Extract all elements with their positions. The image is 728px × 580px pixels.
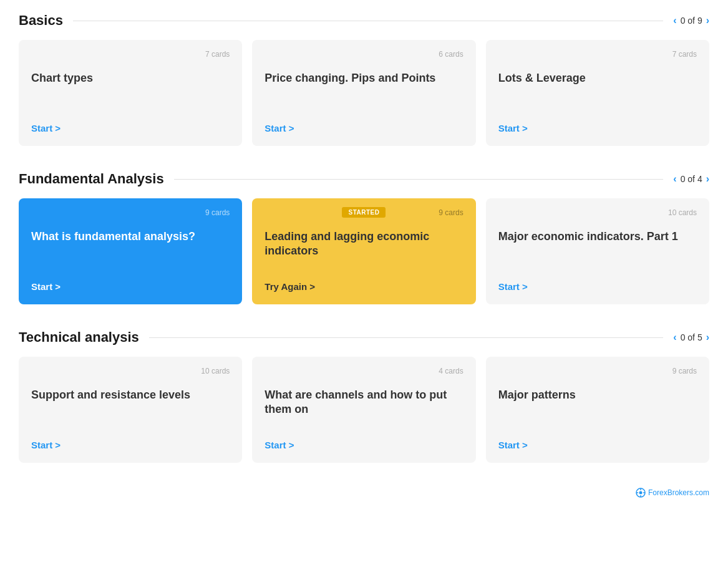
card-count-major-patterns: 9 cards xyxy=(498,367,697,375)
card-channels: 4 cardsWhat are channels and how to put … xyxy=(252,357,475,463)
section-title-technical-analysis: Technical analysis xyxy=(19,329,139,346)
cards-grid-technical-analysis: 10 cardsSupport and resistance levelsSta… xyxy=(19,357,709,463)
card-link-price-changing[interactable]: Start > xyxy=(265,123,463,133)
footer-logo: ForexBrokers.com xyxy=(636,488,709,498)
nav-next-fundamental-analysis[interactable]: › xyxy=(706,173,709,185)
card-link-lots-leverage[interactable]: Start > xyxy=(498,123,697,133)
card-major-patterns: 9 cardsMajor patternsStart > xyxy=(486,357,709,463)
nav-prev-technical-analysis[interactable]: ‹ xyxy=(673,332,676,343)
cards-grid-fundamental-analysis: 9 cardsWhat is fundamental analysis?Star… xyxy=(19,198,709,304)
section-fundamental-analysis: Fundamental Analysis‹0 of 4›9 cardsWhat … xyxy=(19,171,709,304)
cards-grid-basics: 7 cardsChart typesStart >6 cardsPrice ch… xyxy=(19,40,709,146)
card-link-leading-lagging[interactable]: Try Again > xyxy=(265,281,463,292)
card-lots-leverage: 7 cardsLots & LeverageStart > xyxy=(486,40,709,146)
nav-next-basics[interactable]: › xyxy=(706,15,709,26)
card-title-what-is-fundamental: What is fundamental analysis? xyxy=(31,230,230,273)
nav-count-technical-analysis: 0 of 5 xyxy=(681,332,702,342)
section-divider-fundamental-analysis xyxy=(174,179,664,180)
card-title-support-resistance: Support and resistance levels xyxy=(31,388,230,431)
svg-point-1 xyxy=(639,491,642,495)
card-count-major-economic: 10 cards xyxy=(498,208,697,217)
nav-next-technical-analysis[interactable]: › xyxy=(706,332,709,343)
card-major-economic: 10 cardsMajor economic indicators. Part … xyxy=(486,198,709,304)
section-title-basics: Basics xyxy=(19,12,63,29)
card-count-what-is-fundamental: 9 cards xyxy=(31,208,230,217)
section-title-fundamental-analysis: Fundamental Analysis xyxy=(19,171,164,187)
card-title-lots-leverage: Lots & Leverage xyxy=(498,71,697,114)
card-link-major-patterns[interactable]: Start > xyxy=(498,440,697,450)
card-support-resistance: 10 cardsSupport and resistance levelsSta… xyxy=(19,357,242,463)
section-nav-basics: ‹0 of 9› xyxy=(673,15,709,26)
section-divider-basics xyxy=(73,21,663,21)
section-technical-analysis: Technical analysis‹0 of 5›10 cardsSuppor… xyxy=(19,329,709,463)
section-basics: Basics‹0 of 9›7 cardsChart typesStart >6… xyxy=(19,12,709,146)
card-title-major-patterns: Major patterns xyxy=(498,388,697,431)
card-leading-lagging: STARTED9 cardsLeading and lagging econom… xyxy=(252,198,475,304)
card-count-price-changing: 6 cards xyxy=(265,50,463,59)
card-link-major-economic[interactable]: Start > xyxy=(498,281,697,292)
section-header-fundamental-analysis: Fundamental Analysis‹0 of 4› xyxy=(19,171,709,187)
card-title-chart-types: Chart types xyxy=(31,71,230,114)
nav-prev-basics[interactable]: ‹ xyxy=(673,15,676,26)
card-chart-types: 7 cardsChart typesStart > xyxy=(19,40,242,146)
card-badge-leading-lagging: STARTED xyxy=(342,207,386,218)
card-link-chart-types[interactable]: Start > xyxy=(31,123,230,133)
nav-count-fundamental-analysis: 0 of 4 xyxy=(681,174,702,184)
card-what-is-fundamental: 9 cardsWhat is fundamental analysis?Star… xyxy=(19,198,242,304)
card-title-price-changing: Price changing. Pips and Points xyxy=(265,71,463,114)
section-header-basics: Basics‹0 of 9› xyxy=(19,12,709,29)
card-count-lots-leverage: 7 cards xyxy=(498,50,697,59)
card-count-channels: 4 cards xyxy=(265,367,463,375)
section-nav-technical-analysis: ‹0 of 5› xyxy=(673,332,709,343)
card-link-what-is-fundamental[interactable]: Start > xyxy=(31,281,230,292)
card-title-major-economic: Major economic indicators. Part 1 xyxy=(498,230,697,273)
section-header-technical-analysis: Technical analysis‹0 of 5› xyxy=(19,329,709,346)
footer-brand: ForexBrokers.com xyxy=(648,488,709,497)
section-nav-fundamental-analysis: ‹0 of 4› xyxy=(673,173,709,185)
nav-prev-fundamental-analysis[interactable]: ‹ xyxy=(673,173,676,185)
card-link-support-resistance[interactable]: Start > xyxy=(31,440,230,450)
card-link-channels[interactable]: Start > xyxy=(265,440,463,450)
forexbrokers-icon xyxy=(636,488,646,498)
card-count-support-resistance: 10 cards xyxy=(31,367,230,375)
section-divider-technical-analysis xyxy=(149,337,664,338)
card-title-channels: What are channels and how to put them on xyxy=(265,388,463,431)
card-price-changing: 6 cardsPrice changing. Pips and PointsSt… xyxy=(252,40,475,146)
card-title-leading-lagging: Leading and lagging economic indicators xyxy=(265,230,463,273)
card-count-chart-types: 7 cards xyxy=(31,50,230,59)
footer: ForexBrokers.com xyxy=(19,488,709,498)
nav-count-basics: 0 of 9 xyxy=(681,16,702,26)
